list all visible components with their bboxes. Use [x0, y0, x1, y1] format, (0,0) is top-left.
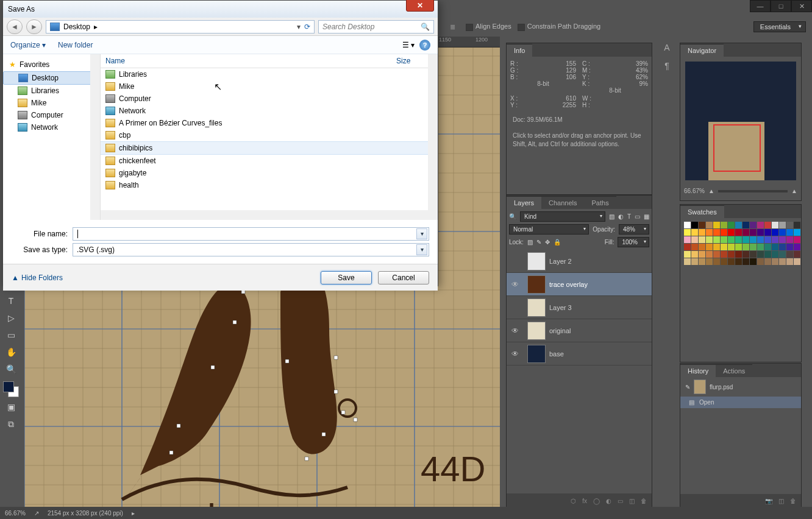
visibility-toggle[interactable]: 👁	[507, 280, 524, 289]
swatch[interactable]	[699, 222, 705, 228]
swatch[interactable]	[706, 244, 713, 250]
swatch[interactable]	[743, 222, 749, 228]
swatch[interactable]	[779, 222, 786, 228]
cancel-button[interactable]: Cancel	[378, 271, 429, 284]
swatch[interactable]	[794, 244, 800, 250]
swatch[interactable]	[772, 236, 778, 243]
fill-input[interactable]: 100%	[618, 237, 649, 247]
swatch[interactable]	[706, 251, 713, 258]
nav-forward-button[interactable]: ►	[26, 19, 42, 34]
app-maximize-button[interactable]: □	[771, 0, 791, 12]
delete-layer-button[interactable]: 🗑	[641, 498, 647, 504]
file-list-item[interactable]: Computer	[101, 93, 438, 105]
swatch[interactable]	[735, 244, 742, 250]
paths-tab[interactable]: Paths	[585, 196, 616, 209]
new-layer-button[interactable]: ◫	[629, 498, 635, 504]
address-bar[interactable]: Desktop▸ ▾ ⟳	[46, 20, 315, 34]
swatch[interactable]	[779, 236, 786, 243]
filter-smart-icon[interactable]: ▦	[644, 213, 649, 220]
list-hscrollbar[interactable]	[101, 210, 428, 220]
navigator-zoom-slider[interactable]	[718, 190, 788, 192]
lock-pixels-icon[interactable]: ✎	[536, 239, 541, 245]
swatch[interactable]	[684, 222, 691, 228]
help-button[interactable]: ?	[419, 40, 430, 51]
swatch[interactable]	[699, 229, 705, 236]
swatch[interactable]	[757, 251, 764, 258]
swatch[interactable]	[728, 258, 735, 265]
swatch[interactable]	[728, 236, 735, 243]
swatch[interactable]	[786, 244, 793, 250]
swatch[interactable]	[735, 258, 742, 265]
file-list-item[interactable]: chibibipics	[101, 141, 438, 155]
swatch[interactable]	[786, 251, 793, 258]
type-tool[interactable]: T	[2, 294, 20, 308]
swatch[interactable]	[743, 236, 749, 243]
layer-row[interactable]: 👁original	[507, 319, 652, 342]
tree-scrollbar[interactable]	[90, 54, 100, 220]
swatch[interactable]	[779, 229, 786, 236]
hide-folders-toggle[interactable]: ▲Hide Folders	[12, 274, 63, 282]
app-minimize-button[interactable]: —	[750, 0, 771, 12]
swatch[interactable]	[757, 236, 764, 243]
history-item-open[interactable]: ▤ Open	[680, 397, 801, 408]
filename-dropdown[interactable]: ▾	[416, 228, 427, 239]
swatch[interactable]	[764, 222, 771, 228]
swatch[interactable]	[721, 258, 727, 265]
swatch[interactable]	[794, 258, 800, 265]
new-folder-button[interactable]: New folder	[58, 41, 93, 49]
layers-stack-icon[interactable]: ≣	[445, 20, 460, 34]
tree-item[interactable]: Network	[3, 121, 100, 133]
swatch[interactable]	[691, 236, 698, 243]
swatch[interactable]	[691, 244, 698, 250]
swatch[interactable]	[750, 258, 757, 265]
layer-row[interactable]: 👁base	[507, 342, 652, 365]
swatch[interactable]	[684, 258, 691, 265]
list-scrollbar[interactable]	[428, 54, 438, 220]
character-panel-icon[interactable]: A	[664, 43, 669, 56]
swatch[interactable]	[706, 222, 713, 228]
swatch[interactable]	[699, 258, 705, 265]
navigator-tab[interactable]: Navigator	[680, 44, 724, 57]
filename-input[interactable]: ▾	[73, 227, 429, 241]
swatch[interactable]	[786, 236, 793, 243]
swatch[interactable]	[757, 244, 764, 250]
save-button[interactable]: Save	[321, 271, 372, 284]
swatch[interactable]	[713, 244, 720, 250]
zoom-out-icon[interactable]: ▲	[708, 188, 714, 194]
adjustment-button[interactable]: ◐	[606, 498, 611, 504]
history-camera-icon[interactable]: 📷	[765, 498, 772, 504]
file-list-item[interactable]: Libraries	[101, 68, 438, 80]
app-close-button[interactable]: ✕	[791, 0, 812, 12]
swatch[interactable]	[757, 229, 764, 236]
swatch[interactable]	[779, 244, 786, 250]
swatch[interactable]	[691, 222, 698, 228]
swatch[interactable]	[786, 229, 793, 236]
layer-kind-filter[interactable]: Kind	[520, 211, 605, 222]
swatch[interactable]	[728, 244, 735, 250]
quickmask-toggle[interactable]: ▣	[2, 400, 20, 414]
col-size[interactable]: Size	[396, 57, 433, 65]
blend-mode-select[interactable]: Normal	[509, 224, 589, 235]
swatch[interactable]	[684, 244, 691, 250]
file-list-item[interactable]: Mike	[101, 80, 438, 93]
filter-shape-icon[interactable]: ▭	[635, 213, 640, 220]
direct-selection-tool[interactable]: ▷	[2, 311, 20, 325]
swatch[interactable]	[735, 229, 742, 236]
zoom-tool[interactable]: 🔍	[2, 362, 20, 376]
swatch[interactable]	[691, 229, 698, 236]
swatch[interactable]	[794, 251, 800, 258]
swatch[interactable]	[743, 251, 749, 258]
swatch[interactable]	[794, 229, 800, 236]
refresh-icon[interactable]: ⟳	[304, 23, 310, 31]
status-export-icon[interactable]: ↗	[34, 510, 39, 517]
file-list-item[interactable]: health	[101, 179, 438, 191]
swatches-tab[interactable]: Swatches	[680, 205, 724, 218]
history-tab[interactable]: History	[680, 364, 716, 377]
fx-button[interactable]: fx	[582, 498, 587, 504]
swatch[interactable]	[691, 251, 698, 258]
swatch[interactable]	[750, 251, 757, 258]
swatch[interactable]	[772, 251, 778, 258]
swatch[interactable]	[684, 229, 691, 236]
actions-tab[interactable]: Actions	[716, 364, 752, 377]
swatch[interactable]	[743, 229, 749, 236]
